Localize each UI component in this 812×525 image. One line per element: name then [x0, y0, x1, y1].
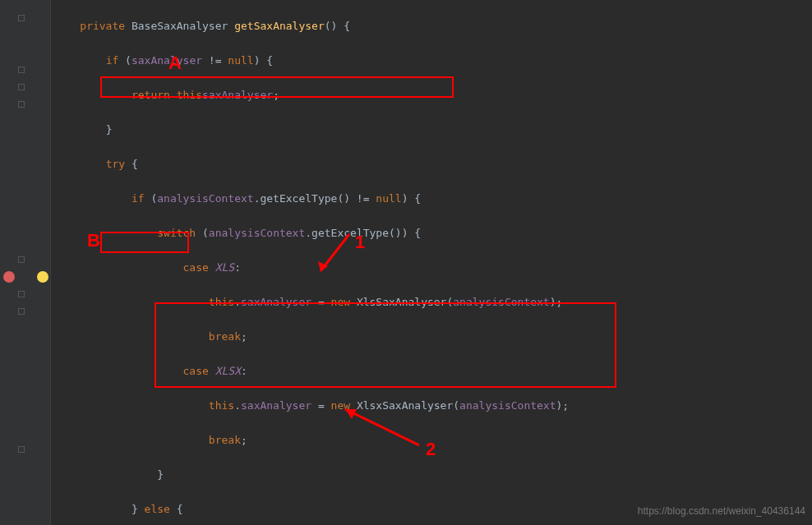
code-line[interactable]: } — [51, 466, 812, 483]
fold-marker[interactable] — [18, 308, 25, 315]
code-line[interactable]: case XLS: — [51, 259, 812, 276]
fold-marker[interactable] — [18, 101, 25, 108]
fold-marker[interactable] — [18, 15, 25, 21]
lightbulb-icon[interactable] — [37, 271, 48, 283]
watermark: https://blog.csdn.net/weixin_40436144 — [638, 505, 805, 517]
fold-marker[interactable] — [18, 291, 25, 297]
code-line[interactable]: case XLSX: — [51, 362, 812, 380]
code-line[interactable]: return thissaxAnalyser; — [51, 86, 812, 104]
code-line[interactable]: break; — [51, 328, 812, 345]
code-line[interactable]: this.saxAnalyser = new XlsSaxAnalyser(an… — [51, 293, 812, 311]
code-line[interactable]: switch (analysisContext.getExcelType()) … — [51, 224, 812, 242]
code-editor[interactable]: private BaseSaxAnalyser getSaxAnalyser()… — [51, 0, 812, 525]
method-name: getSaxAnalyser — [234, 20, 325, 32]
breakpoint-icon[interactable] — [3, 271, 15, 283]
editor-gutter — [0, 0, 51, 525]
fold-marker[interactable] — [18, 67, 25, 73]
keyword: private — [80, 20, 125, 32]
fold-marker[interactable] — [18, 446, 25, 453]
code-line[interactable]: private BaseSaxAnalyser getSaxAnalyser()… — [51, 17, 812, 35]
code-line[interactable]: this.saxAnalyser = new XlsxSaxAnalyser(a… — [51, 397, 812, 414]
code-line[interactable]: break; — [51, 431, 812, 449]
code-line[interactable]: if (saxAnalyser != null) { — [51, 52, 812, 69]
fold-marker[interactable] — [18, 84, 25, 90]
code-line[interactable]: try { — [51, 155, 812, 173]
code-line[interactable]: if (analysisContext.getExcelType() != nu… — [51, 190, 812, 207]
fold-marker[interactable] — [18, 256, 25, 263]
type: BaseSaxAnalyser — [131, 20, 228, 32]
code-line[interactable]: } — [51, 121, 812, 138]
